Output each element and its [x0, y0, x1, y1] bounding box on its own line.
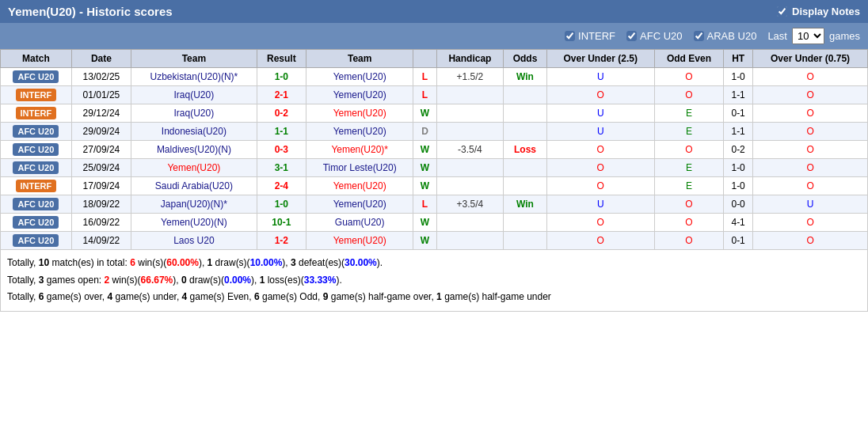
team1-name: Iraq(U20)	[131, 86, 257, 104]
odd-even: E	[654, 177, 723, 195]
filter-afc-u20[interactable]: AFC U20	[626, 30, 682, 42]
afc-u20-checkbox[interactable]	[626, 31, 637, 41]
games-count-select[interactable]: 10 20 30	[792, 28, 824, 44]
match-odds: Win	[504, 195, 546, 214]
match-odds	[504, 104, 546, 123]
display-notes-checkbox[interactable]	[777, 6, 787, 17]
match-odds	[504, 214, 546, 232]
interf-checkbox[interactable]	[565, 31, 575, 41]
table-row: INTERF17/09/24Saudi Arabia(U20)2-4Yemen(…	[1, 177, 868, 195]
team1-name: Yemen(U20)	[131, 159, 257, 177]
table-row: AFC U2016/09/22Yemen(U20)(N)10-1Guam(U20…	[1, 214, 868, 232]
team2-name: Yemen(U20)	[306, 86, 413, 104]
match-badge: INTERF	[1, 177, 72, 195]
col-match: Match	[1, 50, 72, 68]
match-handicap	[436, 177, 504, 195]
match-odds: Win	[504, 68, 546, 86]
last-label: Last	[767, 30, 787, 42]
match-odds	[504, 232, 546, 250]
team1-name: Uzbekistan(U20)(N)*	[131, 68, 257, 86]
table-row: INTERF29/12/24Iraq(U20)0-2Yemen(U20)WUE0…	[1, 104, 868, 123]
match-badge: AFC U20	[1, 68, 72, 86]
match-result[interactable]: 0-3	[257, 141, 306, 159]
odd-even: O	[654, 68, 723, 86]
over-under-075: O	[753, 104, 868, 123]
match-result[interactable]: 1-0	[257, 195, 306, 214]
match-wdl: W	[413, 104, 436, 123]
match-result[interactable]: 2-1	[257, 86, 306, 104]
team2-name: Guam(U20)	[306, 214, 413, 232]
match-result[interactable]: 1-0	[257, 68, 306, 86]
match-result[interactable]: 3-1	[257, 159, 306, 177]
table-row: AFC U2027/09/24Maldives(U20)(N)0-3Yemen(…	[1, 141, 868, 159]
match-badge: AFC U20	[1, 159, 72, 177]
match-badge: AFC U20	[1, 232, 72, 250]
arab-u20-checkbox[interactable]	[694, 31, 704, 41]
over-under-075: U	[753, 195, 868, 214]
title-bar: Yemen(U20) - Historic scores Display Not…	[0, 0, 868, 23]
filter-bar: INTERF AFC U20 ARAB U20 Last 10 20 30 ga…	[0, 23, 868, 49]
match-result[interactable]: 1-2	[257, 232, 306, 250]
col-over-under-25: Over Under (2.5)	[546, 50, 654, 68]
match-handicap: +3.5/4	[436, 195, 504, 214]
match-handicap: +1.5/2	[436, 68, 504, 86]
summary-line: Totally, 6 game(s) over, 4 game(s) under…	[7, 289, 861, 306]
page-title: Yemen(U20) - Historic scores	[8, 5, 173, 18]
team2-name: Yemen(U20)	[306, 68, 413, 86]
match-odds	[504, 159, 546, 177]
match-date: 17/09/24	[71, 177, 131, 195]
match-handicap: -3.5/4	[436, 141, 504, 159]
over-under-25: O	[546, 177, 654, 195]
filter-interf[interactable]: INTERF	[565, 30, 615, 42]
match-wdl: W	[413, 214, 436, 232]
over-under-075: O	[753, 177, 868, 195]
match-result[interactable]: 1-1	[257, 123, 306, 141]
match-badge: AFC U20	[1, 195, 72, 214]
col-date: Date	[71, 50, 131, 68]
ht-result: 1-0	[724, 68, 753, 86]
over-under-25: O	[546, 232, 654, 250]
col-team1: Team	[131, 50, 257, 68]
match-odds	[504, 177, 546, 195]
filter-arab-u20[interactable]: ARAB U20	[694, 30, 757, 42]
odd-even: E	[654, 159, 723, 177]
summary-line: Totally, 3 games open: 2 win(s)(66.67%),…	[7, 272, 861, 290]
col-over-under-075: Over Under (0.75)	[753, 50, 868, 68]
match-result[interactable]: 2-4	[257, 177, 306, 195]
match-wdl: W	[413, 177, 436, 195]
over-under-075: O	[753, 214, 868, 232]
match-odds: Loss	[504, 141, 546, 159]
team2-name: Yemen(U20)*	[306, 141, 413, 159]
matches-table: Match Date Team Result Team Handicap Odd…	[0, 49, 868, 250]
odd-even: E	[654, 104, 723, 123]
match-badge: AFC U20	[1, 214, 72, 232]
team1-name: Indonesia(U20)	[131, 123, 257, 141]
match-badge: INTERF	[1, 86, 72, 104]
team1-name: Iraq(U20)	[131, 104, 257, 123]
odd-even: O	[654, 232, 723, 250]
ht-result: 1-1	[724, 86, 753, 104]
team1-name: Yemen(U20)(N)	[131, 214, 257, 232]
team2-name: Yemen(U20)	[306, 177, 413, 195]
over-under-075: O	[753, 123, 868, 141]
match-result[interactable]: 10-1	[257, 214, 306, 232]
over-under-25: U	[546, 123, 654, 141]
match-date: 27/09/24	[71, 141, 131, 159]
display-notes-toggle[interactable]: Display Notes	[777, 6, 860, 17]
match-handicap	[436, 86, 504, 104]
match-wdl: L	[413, 86, 436, 104]
over-under-075: O	[753, 86, 868, 104]
match-date: 25/09/24	[71, 159, 131, 177]
col-handicap: Handicap	[436, 50, 504, 68]
match-handicap	[436, 232, 504, 250]
col-odd-even: Odd Even	[654, 50, 723, 68]
col-team2: Team	[306, 50, 413, 68]
match-date: 18/09/22	[71, 195, 131, 214]
ht-result: 0-1	[724, 232, 753, 250]
over-under-075: O	[753, 141, 868, 159]
display-notes-label: Display Notes	[792, 6, 860, 17]
summary-section: Totally, 10 match(es) in total: 6 win(s)…	[0, 250, 868, 312]
over-under-075: O	[753, 159, 868, 177]
match-wdl: W	[413, 159, 436, 177]
match-result[interactable]: 0-2	[257, 104, 306, 123]
